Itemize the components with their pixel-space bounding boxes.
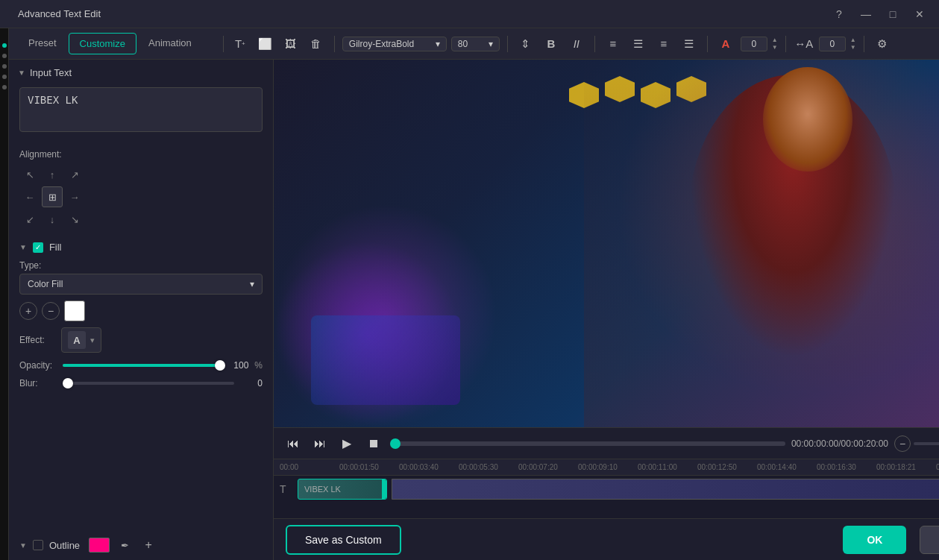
color-swatch[interactable] xyxy=(64,301,85,321)
tab-customize[interactable]: Customize xyxy=(69,33,136,54)
maximize-button[interactable]: □ xyxy=(882,4,903,25)
alignment-label: Alignment: xyxy=(19,149,263,160)
fill-arrow: ▼ xyxy=(19,243,27,251)
align-middle-right[interactable]: → xyxy=(64,186,85,207)
add-color-button[interactable]: + xyxy=(19,302,37,320)
cancel-button[interactable]: Cancel xyxy=(920,526,939,554)
ruler-mark-9: 00:00:16:30 xyxy=(817,463,876,471)
zoom-out-button[interactable]: − xyxy=(894,435,911,452)
opacity-row: Opacity: 100 % xyxy=(19,360,263,371)
text-spacing-icon[interactable]: ⇕ xyxy=(515,34,536,54)
input-text-arrow: ▼ xyxy=(18,69,25,77)
tb-separator-5 xyxy=(785,36,786,52)
italic-button[interactable]: II xyxy=(566,34,587,54)
add-outline-button[interactable]: + xyxy=(139,536,157,554)
zoom-controls: − + xyxy=(894,435,939,452)
effect-selector[interactable]: A ▾ xyxy=(61,327,101,353)
minimize-button[interactable]: — xyxy=(855,4,876,25)
ok-button[interactable]: OK xyxy=(843,526,906,554)
rewind-button[interactable]: ⏮ xyxy=(283,433,304,454)
eyedropper-icon[interactable]: ✒ xyxy=(116,536,134,554)
play-button[interactable]: ▶ xyxy=(336,433,357,454)
align-bottom-right[interactable]: ↘ xyxy=(64,209,85,230)
settings-icon[interactable]: ⚙ xyxy=(872,34,893,54)
track-type-icon: T xyxy=(280,483,293,495)
outline-arrow[interactable]: ▼ xyxy=(19,541,27,550)
video-bg xyxy=(274,60,939,427)
fill-header[interactable]: ▼ ✓ Fill xyxy=(19,242,263,253)
zoom-slider[interactable] xyxy=(914,442,939,445)
fill-checkbox[interactable]: ✓ xyxy=(33,242,43,253)
align-bottom-left[interactable]: ↙ xyxy=(19,209,40,230)
delete-icon[interactable]: 🗑 xyxy=(306,34,327,54)
text-color-icon[interactable]: A xyxy=(715,34,736,54)
ruler-mark-6: 00:00:11:00 xyxy=(638,463,697,471)
rotation-arrows[interactable]: ▲ ▼ xyxy=(772,37,778,51)
edge-dot xyxy=(2,85,7,89)
ruler-mark-3: 00:00:05:30 xyxy=(459,463,518,471)
align-top-right[interactable]: ↗ xyxy=(64,164,85,185)
align-top-center[interactable]: ↑ xyxy=(42,164,63,185)
align-middle-left[interactable]: ← xyxy=(19,186,40,207)
spacer xyxy=(9,394,273,530)
align-center-icon[interactable]: ☰ xyxy=(628,34,649,54)
outline-color-swatch[interactable] xyxy=(89,538,110,553)
outline-checkbox[interactable] xyxy=(33,540,43,550)
font-dropdown-icon: ▾ xyxy=(436,39,440,49)
right-buttons: OK Cancel xyxy=(843,526,939,554)
image-icon[interactable]: 🖼 xyxy=(280,34,301,54)
opacity-thumb[interactable] xyxy=(215,360,225,371)
stop-button[interactable]: ⏹ xyxy=(363,433,384,454)
align-justify-icon[interactable]: ☰ xyxy=(679,34,700,54)
step-back-button[interactable]: ⏭ xyxy=(310,433,330,454)
blur-slider[interactable] xyxy=(63,382,234,385)
help-button[interactable]: ? xyxy=(829,4,850,25)
alignment-section: Alignment: ↖ ↑ ↗ ← ⊞ → ↙ ↓ ↘ xyxy=(9,143,273,236)
spacing-arrows[interactable]: ▲ ▼ xyxy=(850,37,856,51)
align-bottom-center[interactable]: ↓ xyxy=(42,209,63,230)
playback-bar: ⏮ ⏭ ▶ ⏹ 00:00:00:00/00:00:20:00 − + xyxy=(274,427,939,459)
time-display: 00:00:00:00/00:00:20:00 xyxy=(791,438,888,449)
align-middle-center[interactable]: ⊞ xyxy=(42,186,63,207)
add-text-icon[interactable]: T+ xyxy=(230,34,251,54)
tab-preset[interactable]: Preset xyxy=(18,33,67,54)
toolbar-icons: T+ ⬜ 🖼 🗑 Gilroy-ExtraBold ▾ 80 ▾ ⇕ B xyxy=(230,34,933,54)
save-custom-button[interactable]: Save as Custom xyxy=(286,525,401,555)
progress-bar[interactable] xyxy=(390,441,785,446)
edge-dot xyxy=(2,64,7,69)
text-input[interactable]: VIBEX LK xyxy=(19,87,263,132)
tab-divider xyxy=(223,36,224,52)
track-clip-long[interactable] xyxy=(392,479,939,500)
left-panel: ▼ Input Text VIBEX LK Alignment: ↖ ↑ ↗ ←… xyxy=(9,60,274,560)
align-top-left[interactable]: ↖ xyxy=(19,164,40,185)
tab-animation[interactable]: Animation xyxy=(138,33,202,54)
input-text-header[interactable]: ▼ Input Text xyxy=(9,60,273,83)
opacity-label: Opacity: xyxy=(19,360,57,371)
effect-a-icon: A xyxy=(68,331,86,349)
progress-thumb[interactable] xyxy=(390,438,401,449)
spacing-input[interactable] xyxy=(819,37,846,51)
font-selector[interactable]: Gilroy-ExtraBold ▾ xyxy=(342,37,447,51)
type-dropdown[interactable]: Color Fill ▾ xyxy=(19,274,263,295)
align-left-icon[interactable]: ≡ xyxy=(603,34,624,54)
clip-resize-handle[interactable] xyxy=(382,479,386,499)
bold-button[interactable]: B xyxy=(541,34,562,54)
outline-label: Outline xyxy=(49,540,80,551)
opacity-slider[interactable] xyxy=(63,364,220,367)
track-clip[interactable]: VIBEX LK xyxy=(298,479,387,500)
ruler-mark-7: 00:00:12:50 xyxy=(697,463,757,471)
close-button[interactable]: ✕ xyxy=(909,4,930,25)
letter-spacing-icon[interactable]: ↔A xyxy=(794,34,814,54)
ruler-mark-10: 00:00:18:21 xyxy=(876,463,936,471)
opacity-pct: % xyxy=(254,360,263,371)
align-grid: ↖ ↑ ↗ ← ⊞ → ↙ ↓ ↘ xyxy=(19,164,263,230)
timeline-area: 00:00 00:00:01:50 00:00:03:40 00:00:05:3… xyxy=(274,459,939,518)
rotation-input[interactable] xyxy=(741,37,767,51)
opacity-value: 100 xyxy=(226,360,248,371)
remove-color-button[interactable]: − xyxy=(42,302,60,320)
blur-thumb[interactable] xyxy=(63,378,73,388)
font-size-selector[interactable]: 80 ▾ xyxy=(451,37,500,51)
align-right-icon[interactable]: ≡ xyxy=(653,34,674,54)
resize-icon[interactable]: ⬜ xyxy=(255,34,276,54)
clip-label: VIBEX LK xyxy=(304,485,341,494)
